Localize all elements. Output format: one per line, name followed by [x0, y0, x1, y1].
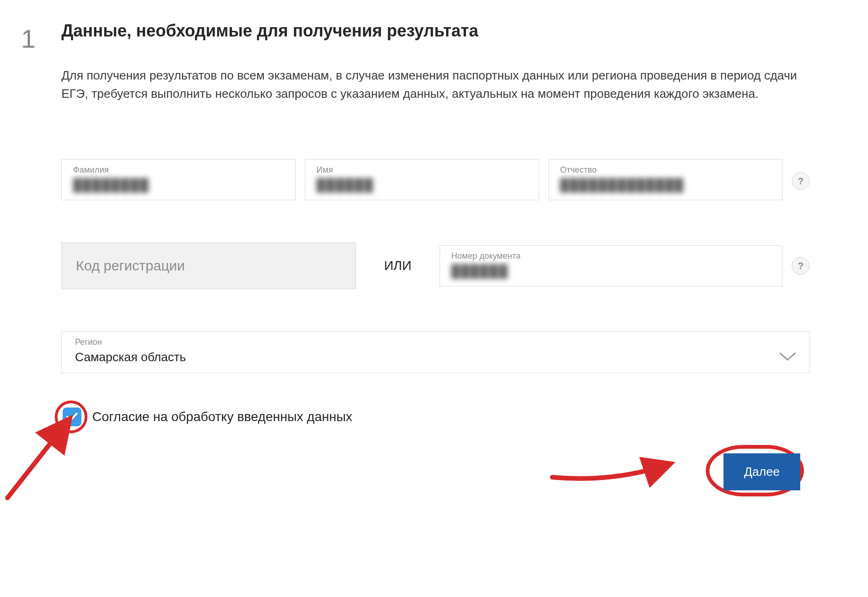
- surname-field[interactable]: Фамилия ████████: [61, 159, 296, 200]
- consent-row: Согласие на обработку введенных данных: [61, 406, 810, 428]
- surname-label: Фамилия: [73, 165, 284, 175]
- region-value: Самарская область: [75, 350, 186, 364]
- or-text: ИЛИ: [365, 258, 430, 273]
- checkmark-icon: [66, 412, 78, 422]
- consent-checkbox[interactable]: [63, 408, 81, 426]
- page-title: Данные, необходимые для получения резуль…: [61, 21, 810, 41]
- doc-number-label: Номер документа: [451, 251, 771, 261]
- step-number: 1: [21, 26, 36, 490]
- registration-code-field[interactable]: Код регистрации: [61, 242, 356, 289]
- description-text: Для получения результатов по всем экзаме…: [61, 66, 810, 103]
- patronymic-value: █████████████: [560, 178, 771, 192]
- patronymic-label: Отчество: [560, 165, 771, 175]
- name-value: ██████: [317, 178, 528, 192]
- annotation-arrow-next: [548, 441, 679, 492]
- doc-number-field[interactable]: Номер документа ██████: [440, 245, 782, 286]
- chevron-down-icon: [779, 351, 796, 362]
- next-row: Далее: [61, 453, 810, 490]
- patronymic-help-icon[interactable]: ?: [792, 172, 810, 190]
- registration-doc-row: Код регистрации ИЛИ Номер документа ████…: [61, 242, 810, 289]
- patronymic-field[interactable]: Отчество █████████████: [549, 159, 783, 200]
- next-button[interactable]: Далее: [723, 453, 800, 490]
- surname-value: ████████: [73, 178, 284, 192]
- region-label: Регион: [75, 337, 186, 347]
- doc-number-value: ██████: [451, 264, 771, 278]
- name-fields-row: Фамилия ████████ Имя ██████ Отчество ███…: [61, 159, 810, 200]
- name-field[interactable]: Имя ██████: [305, 159, 539, 200]
- consent-label: Согласие на обработку введенных данных: [92, 409, 352, 424]
- form-content: Данные, необходимые для получения резуль…: [61, 21, 810, 490]
- doc-number-help-icon[interactable]: ?: [792, 257, 810, 275]
- registration-placeholder: Код регистрации: [76, 258, 185, 274]
- name-label: Имя: [317, 165, 528, 175]
- region-select[interactable]: Регион Самарская область: [61, 331, 810, 373]
